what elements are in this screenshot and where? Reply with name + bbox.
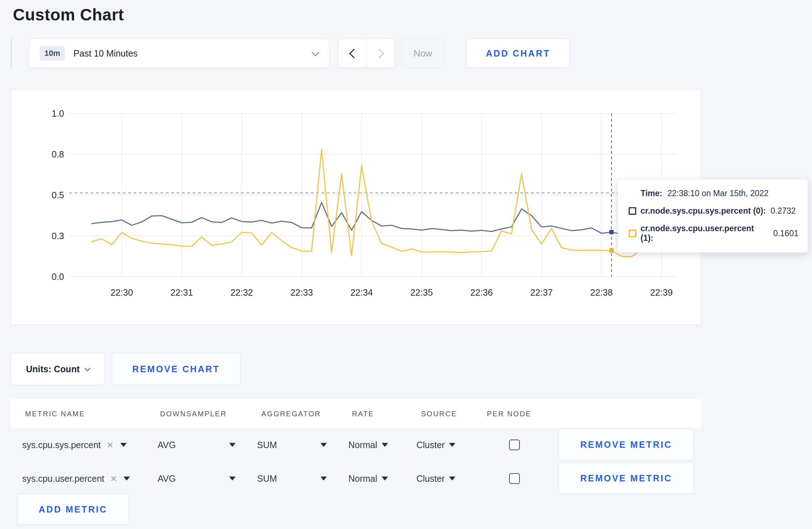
downsampler-value: AVG bbox=[158, 474, 176, 484]
tooltip-time-row: Time:22:38:10 on Mar 15th, 2022 bbox=[641, 189, 798, 198]
source-select[interactable]: Cluster bbox=[416, 440, 455, 450]
remove-chart-button[interactable]: REMOVE CHART bbox=[112, 353, 241, 385]
col-header-aggregator: AGGREGATOR bbox=[261, 409, 321, 418]
y-tick-label: 0.0 bbox=[52, 272, 64, 282]
caret-down-icon bbox=[320, 477, 327, 481]
add-metric-button[interactable]: ADD METRIC bbox=[17, 494, 129, 525]
next-time-button[interactable] bbox=[366, 39, 395, 68]
series-line-0 bbox=[92, 203, 671, 234]
downsampler-select[interactable]: AVG bbox=[158, 474, 236, 484]
x-tick-label: 22:38 bbox=[590, 287, 613, 297]
toolbar-accent-divider bbox=[11, 39, 12, 68]
clear-metric-icon[interactable]: ✕ bbox=[110, 474, 117, 484]
chart-tooltip: Time:22:38:10 on Mar 15th, 2022 cr.node.… bbox=[618, 179, 808, 253]
x-tick-label: 22:34 bbox=[351, 287, 373, 297]
caret-down-icon bbox=[382, 443, 388, 447]
source-value: Cluster bbox=[416, 474, 445, 484]
remove-metric-button[interactable]: REMOVE METRIC bbox=[559, 462, 694, 494]
time-step-buttons bbox=[338, 39, 395, 68]
metric-name-cell[interactable]: sys.cpu.sys.percent ✕ bbox=[22, 440, 127, 450]
prev-time-button[interactable] bbox=[338, 39, 366, 68]
hover-point-1 bbox=[609, 248, 614, 253]
col-header-rate: RATE bbox=[352, 409, 374, 418]
clear-metric-icon[interactable]: ✕ bbox=[107, 440, 114, 450]
metric-name-cell[interactable]: sys.cpu.user.percent ✕ bbox=[22, 474, 130, 484]
aggregator-value: SUM bbox=[257, 440, 277, 450]
y-tick-label: 0.8 bbox=[52, 149, 64, 159]
chevron-left-icon bbox=[349, 49, 359, 58]
caret-down-icon bbox=[320, 443, 327, 447]
add-chart-button[interactable]: ADD CHART bbox=[466, 39, 570, 68]
aggregator-select[interactable]: SUM bbox=[257, 440, 327, 450]
rate-select[interactable]: Normal bbox=[348, 440, 388, 450]
hover-point-0 bbox=[609, 230, 614, 234]
tooltip-series-value: 0.1601 bbox=[773, 229, 798, 238]
sys-series-swatch-icon bbox=[629, 207, 636, 215]
tooltip-series-name: cr.node.sys.cpu.user.percent (1): bbox=[641, 224, 769, 243]
downsampler-select[interactable]: AVG bbox=[158, 440, 236, 450]
tooltip-series-row: cr.node.sys.cpu.user.percent (1): 0.1601 bbox=[629, 224, 798, 243]
timeseries-chart[interactable]: 0.00.30.50.81.022:3022:3122:3222:3322:34… bbox=[11, 90, 701, 325]
tooltip-time-label: Time: bbox=[641, 189, 662, 198]
page-title: Custom Chart bbox=[13, 5, 124, 24]
source-select[interactable]: Cluster bbox=[416, 474, 455, 484]
col-header-per-node: PER NODE bbox=[487, 409, 531, 418]
custom-chart-page: Custom Chart 10m Past 10 Minutes Now ADD… bbox=[0, 0, 812, 529]
chevron-down-icon bbox=[312, 48, 319, 56]
caret-down-icon bbox=[449, 443, 455, 447]
chevron-down-icon bbox=[84, 365, 91, 371]
rate-value: Normal bbox=[348, 474, 377, 484]
metric-name-text: sys.cpu.sys.percent bbox=[22, 440, 101, 450]
caret-down-icon bbox=[229, 443, 236, 447]
tooltip-series-name: cr.node.sys.cpu.sys.percent (0): bbox=[641, 206, 766, 216]
tooltip-series-value: 0.2732 bbox=[770, 206, 796, 216]
y-tick-label: 0.5 bbox=[52, 190, 64, 200]
chart-card: 0.00.30.50.81.022:3022:3122:3222:3322:34… bbox=[11, 89, 701, 325]
metric-row: sys.cpu.sys.percent ✕ AVG SUM Normal Clu… bbox=[11, 428, 701, 462]
x-tick-label: 22:39 bbox=[650, 287, 673, 297]
series-line-1 bbox=[92, 149, 671, 257]
time-range-dropdown[interactable]: 10m Past 10 Minutes bbox=[29, 39, 329, 68]
x-tick-label: 22:31 bbox=[170, 287, 193, 297]
downsampler-value: AVG bbox=[158, 440, 176, 450]
per-node-checkbox[interactable] bbox=[509, 473, 520, 484]
tooltip-series-row: cr.node.sys.cpu.sys.percent (0): 0.2732 bbox=[629, 206, 798, 216]
metrics-table-header: METRIC NAME DOWNSAMPLER AGGREGATOR RATE … bbox=[11, 399, 701, 428]
x-tick-label: 22:36 bbox=[470, 287, 493, 297]
x-tick-label: 22:30 bbox=[111, 287, 133, 297]
source-value: Cluster bbox=[416, 440, 445, 450]
y-tick-label: 1.0 bbox=[52, 108, 64, 118]
aggregator-value: SUM bbox=[257, 474, 277, 484]
caret-down-icon bbox=[382, 477, 388, 481]
caret-down-icon bbox=[124, 477, 130, 481]
x-tick-label: 22:32 bbox=[231, 287, 253, 297]
caret-down-icon bbox=[449, 477, 455, 481]
x-tick-label: 22:33 bbox=[290, 287, 313, 297]
tooltip-time-value: 22:38:10 on Mar 15th, 2022 bbox=[667, 189, 769, 198]
user-series-swatch-icon bbox=[629, 230, 636, 237]
metric-name-text: sys.cpu.user.percent bbox=[22, 474, 104, 484]
x-tick-label: 22:37 bbox=[530, 287, 553, 297]
x-tick-label: 22:35 bbox=[410, 287, 433, 297]
rate-select[interactable]: Normal bbox=[348, 474, 388, 484]
rate-value: Normal bbox=[348, 440, 377, 450]
caret-down-icon bbox=[229, 477, 236, 481]
y-tick-label: 0.3 bbox=[52, 231, 64, 241]
metric-row: sys.cpu.user.percent ✕ AVG SUM Normal Cl… bbox=[11, 462, 701, 495]
caret-down-icon bbox=[120, 443, 127, 447]
per-node-checkbox[interactable] bbox=[509, 440, 520, 450]
aggregator-select[interactable]: SUM bbox=[257, 474, 327, 484]
remove-metric-button[interactable]: REMOVE METRIC bbox=[559, 429, 694, 460]
chevron-right-icon bbox=[374, 49, 384, 58]
time-range-label: Past 10 Minutes bbox=[73, 48, 137, 59]
units-dropdown[interactable]: Units: Count bbox=[11, 353, 105, 385]
now-button[interactable]: Now bbox=[401, 39, 445, 68]
col-header-downsampler: DOWNSAMPLER bbox=[160, 409, 227, 418]
col-header-source: SOURCE bbox=[421, 409, 457, 418]
units-label: Units: Count bbox=[26, 364, 80, 374]
time-range-badge: 10m bbox=[40, 46, 65, 60]
col-header-metric-name: METRIC NAME bbox=[25, 409, 85, 418]
